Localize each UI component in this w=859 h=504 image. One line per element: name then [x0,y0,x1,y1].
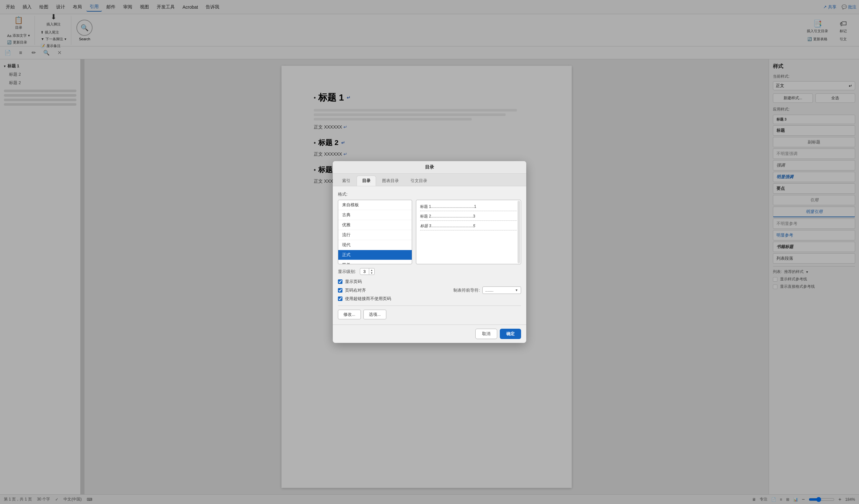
use-hyperlinks-label: 使用超链接而不使用页码 [345,296,391,302]
tab-citations[interactable]: 引文目录 [405,175,433,186]
right-align-label: 页码右对齐 [345,288,366,293]
tab-index[interactable]: 索引 [337,175,356,186]
leader-dropdown-icon: ▼ [515,288,518,292]
cancel-button[interactable]: 取消 [475,329,497,339]
tab-toc[interactable]: 目录 [357,175,376,186]
use-hyperlinks-checkbox[interactable] [338,296,343,301]
level-spinner[interactable]: 3 ▲ ▼ [360,268,375,275]
toc-preview: 标题 1....................................… [416,200,521,264]
preview-scrollbar [517,201,520,263]
preview-line-1: 标题 1....................................… [420,204,517,211]
modal-overlay: 目录 索引 目录 图表目录 引文目录 格式: 来自模板 古典 优雅 流行 现代 … [0,0,859,504]
spinner-up[interactable]: ▲ [369,269,374,272]
level-label: 显示级别: [338,269,356,275]
tab-figures[interactable]: 图表目录 [377,175,404,186]
dialog-tabs: 索引 目录 图表目录 引文目录 [333,174,526,186]
format-elegant[interactable]: 优雅 [338,220,412,230]
show-page-num-checkbox[interactable] [338,279,343,284]
format-formal[interactable]: 正式 [338,250,412,260]
spinner-arrows: ▲ ▼ [369,269,374,275]
format-popular[interactable]: 流行 [338,230,412,240]
format-content-row: 来自模板 古典 优雅 流行 现代 正式 简单 标题 1.............… [338,200,521,264]
preview-line-3: 标题 3....................................… [420,223,517,230]
level-options-row: 显示级别: 3 ▲ ▼ [338,268,521,275]
preview-line-2: 标题 2....................................… [420,214,517,221]
dialog-footer: 取消 确定 [333,324,526,343]
leader-group: 制表符前导符: ....... ▼ [453,287,521,294]
show-page-num-label: 显示页码 [345,279,362,285]
right-align-checkbox[interactable] [338,288,343,293]
show-page-num-row: 显示页码 [338,279,521,285]
format-classic[interactable]: 古典 [338,210,412,220]
leader-select[interactable]: ....... ▼ [482,287,521,294]
dialog-body: 格式: 来自模板 古典 优雅 流行 现代 正式 简单 标题 1.........… [333,186,526,324]
modify-button[interactable]: 修改... [338,310,361,319]
format-simple[interactable]: 简单 [338,260,412,264]
format-modern[interactable]: 现代 [338,240,412,250]
right-align-row: 页码右对齐 制表符前导符: ....... ▼ [338,287,521,294]
level-value: 3 [360,269,369,275]
use-hyperlinks-row: 使用超链接而不使用页码 [338,296,521,302]
leader-label: 制表符前导符: [453,288,480,293]
format-label: 格式: [338,192,521,197]
dialog-action-buttons: 修改... 选项... [338,310,521,319]
format-template[interactable]: 来自模板 [338,200,412,210]
dialog-divider [338,305,521,306]
spinner-down[interactable]: ▼ [369,272,374,275]
toc-dialog: 目录 索引 目录 图表目录 引文目录 格式: 来自模板 古典 优雅 流行 现代 … [333,161,526,343]
toc-checkboxes: 显示页码 页码右对齐 制表符前导符: ....... ▼ [338,279,521,302]
format-list: 来自模板 古典 优雅 流行 现代 正式 简单 [338,200,412,264]
ok-button[interactable]: 确定 [500,329,521,339]
dialog-title: 目录 [333,161,526,174]
options-button[interactable]: 选项... [363,310,386,319]
